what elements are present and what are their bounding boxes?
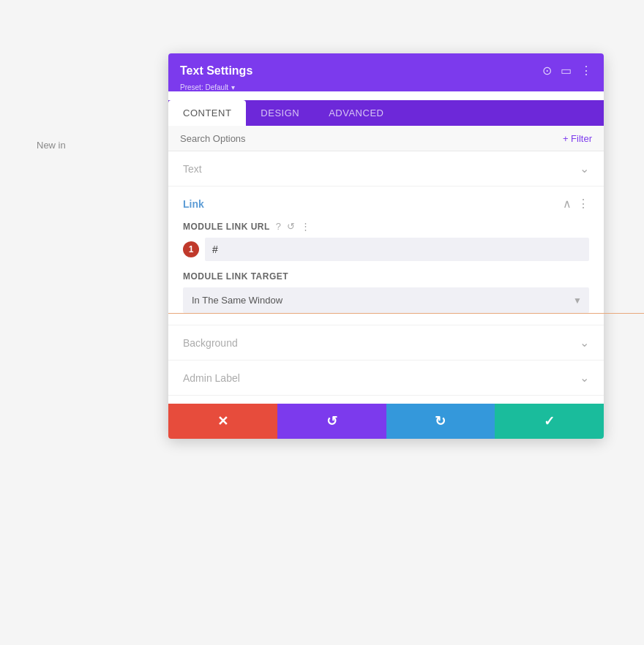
filter-button[interactable]: + Filter <box>563 133 592 144</box>
url-input-row: 1 <box>183 238 589 261</box>
bottom-bar: ✕ ↺ ↻ ✓ <box>168 404 604 439</box>
background-section-row[interactable]: Background ⌄ <box>168 325 604 361</box>
step-badge: 1 <box>183 241 199 257</box>
preset-label[interactable]: Preset: Default ▾ <box>180 83 592 91</box>
module-link-url-help-icon[interactable]: ? <box>276 221 281 232</box>
preset-text: Preset: Default <box>180 83 228 91</box>
text-section-row[interactable]: Text ⌄ <box>168 151 604 186</box>
link-section-controls: ∧ ⋮ <box>563 197 589 211</box>
modal-tabs: Content Design Advanced <box>168 100 604 126</box>
link-collapse-icon[interactable]: ∧ <box>563 197 572 211</box>
text-settings-modal: Text Settings ⊙ ▭ ⋮ Preset: Default ▾ Co… <box>168 53 604 439</box>
admin-label-section-title: Admin Label <box>183 372 240 384</box>
module-link-target-select[interactable]: In The Same Window In The New Tab In The… <box>183 287 589 313</box>
page-background: New in Text Settings ⊙ ▭ ⋮ Preset: Defau… <box>0 0 644 645</box>
admin-label-chevron-icon: ⌄ <box>580 371 589 385</box>
search-input[interactable] <box>180 133 563 144</box>
admin-label-section-row[interactable]: Admin Label ⌄ <box>168 361 604 396</box>
save-button[interactable]: ✓ <box>495 404 604 439</box>
text-chevron-icon: ⌄ <box>580 162 589 176</box>
focus-icon[interactable]: ⊙ <box>542 64 552 78</box>
new-in-label: New in <box>37 140 66 151</box>
link-section-header: Link ∧ ⋮ <box>168 186 604 221</box>
preset-arrow-icon: ▾ <box>231 83 235 91</box>
modal-more-icon[interactable]: ⋮ <box>580 64 592 78</box>
target-select-wrapper: In The Same Window In The New Tab In The… <box>183 287 589 313</box>
module-link-url-input[interactable] <box>205 238 589 261</box>
module-link-url-more-icon[interactable]: ⋮ <box>301 221 310 232</box>
link-more-icon[interactable]: ⋮ <box>577 197 589 211</box>
link-section-title: Link <box>183 198 204 210</box>
modal-content: Text ⌄ Link ∧ ⋮ Module Link URL ? <box>168 151 604 439</box>
orange-divider-line <box>168 313 644 314</box>
module-link-url-label: Module Link URL <box>183 222 270 232</box>
modal-title: Text Settings <box>180 64 252 78</box>
search-bar: + Filter <box>168 126 604 151</box>
module-link-target-section: Module Link Target In The Same Window In… <box>183 271 589 313</box>
module-link-target-label: Module Link Target <box>183 271 589 282</box>
tab-advanced[interactable]: Advanced <box>314 100 398 126</box>
cancel-button[interactable]: ✕ <box>168 404 277 439</box>
tab-design[interactable]: Design <box>246 100 314 126</box>
redo-button[interactable]: ↻ <box>386 404 495 439</box>
search-input-wrapper <box>180 132 563 145</box>
layout-icon[interactable]: ▭ <box>561 64 572 78</box>
undo-button[interactable]: ↺ <box>277 404 386 439</box>
link-section: Link ∧ ⋮ Module Link URL ? ↺ ⋮ <box>168 186 604 325</box>
modal-header-top: Text Settings ⊙ ▭ ⋮ <box>180 64 592 78</box>
text-section-title: Text <box>183 163 202 175</box>
module-link-url-reset-icon[interactable]: ↺ <box>287 221 295 232</box>
background-section-title: Background <box>183 337 238 349</box>
tab-content[interactable]: Content <box>168 100 246 126</box>
link-content: Module Link URL ? ↺ ⋮ 1 Module Link Targ… <box>168 221 604 325</box>
background-chevron-icon: ⌄ <box>580 336 589 350</box>
modal-header-icons: ⊙ ▭ ⋮ <box>542 64 592 78</box>
module-link-url-label-row: Module Link URL ? ↺ ⋮ <box>183 221 589 232</box>
modal-header: Text Settings ⊙ ▭ ⋮ Preset: Default ▾ <box>168 53 604 91</box>
